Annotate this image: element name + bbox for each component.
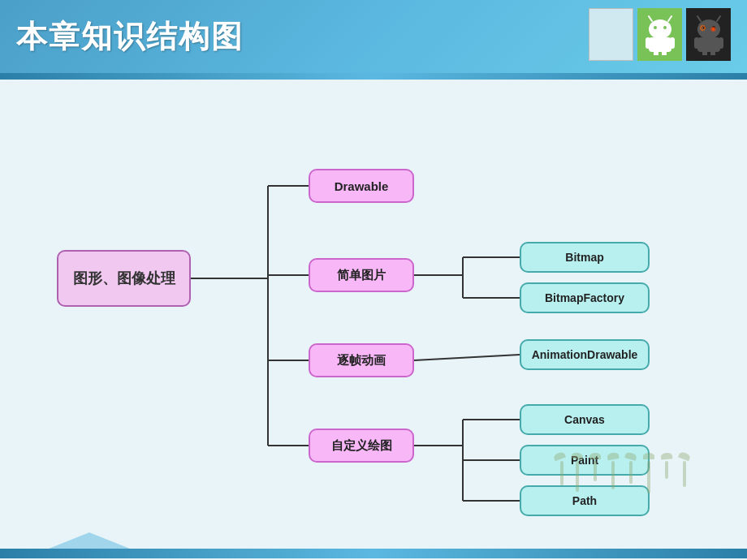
grass-4 [607, 453, 619, 493]
node-bitmapfactory: BitmapFactory [520, 282, 650, 313]
logo-placeholder [589, 8, 633, 61]
node-custom: 自定义绘图 [309, 429, 414, 463]
svg-rect-7 [670, 37, 675, 49]
logos: ⚙ ◉ [589, 8, 731, 61]
svg-rect-18 [702, 50, 707, 55]
node-root: 图形、图像处理 [57, 250, 191, 307]
grass-6 [643, 453, 654, 493]
header: 本章知识结构图 [0, 0, 747, 73]
svg-line-3 [649, 16, 652, 21]
bottom-triangle [49, 532, 130, 549]
svg-text:◉: ◉ [710, 25, 716, 32]
grass-8 [679, 453, 690, 493]
svg-rect-6 [646, 37, 650, 49]
grass-decoration [558, 453, 690, 493]
svg-line-32 [414, 355, 520, 360]
svg-rect-9 [662, 50, 667, 55]
node-drawable: Drawable [309, 169, 414, 203]
svg-rect-19 [710, 50, 715, 55]
node-canvas: Canvas [520, 404, 650, 435]
svg-point-1 [654, 26, 657, 29]
svg-rect-16 [694, 37, 699, 49]
node-simple: 简单图片 [309, 258, 414, 292]
accent-bar [0, 73, 747, 80]
android-logo-dark: ⚙ ◉ [686, 8, 731, 61]
grass-1 [558, 453, 565, 493]
node-animdrawable: AnimationDrawable [520, 339, 650, 370]
svg-line-4 [668, 16, 671, 21]
page-title: 本章知识结构图 [16, 16, 244, 58]
grass-3 [589, 453, 601, 493]
svg-line-13 [697, 16, 701, 21]
svg-rect-15 [697, 37, 720, 52]
bottom-bar [0, 549, 747, 558]
main-content: 图形、图像处理 Drawable 简单图片 逐帧动画 自定义绘图 Bitmap … [0, 80, 747, 558]
svg-rect-8 [654, 50, 658, 55]
svg-point-0 [649, 19, 671, 39]
svg-point-2 [663, 26, 667, 29]
grass-7 [661, 453, 672, 493]
svg-text:⚙: ⚙ [699, 24, 706, 32]
node-bitmap: Bitmap [520, 242, 650, 273]
node-frame: 逐帧动画 [309, 343, 414, 377]
svg-rect-17 [719, 37, 723, 49]
grass-2 [572, 453, 583, 493]
grass-5 [625, 453, 637, 493]
svg-rect-5 [649, 37, 671, 52]
svg-line-14 [717, 16, 720, 21]
mindmap: 图形、图像处理 Drawable 简单图片 逐帧动画 自定义绘图 Bitmap … [32, 104, 715, 510]
android-logo-green [637, 8, 682, 61]
